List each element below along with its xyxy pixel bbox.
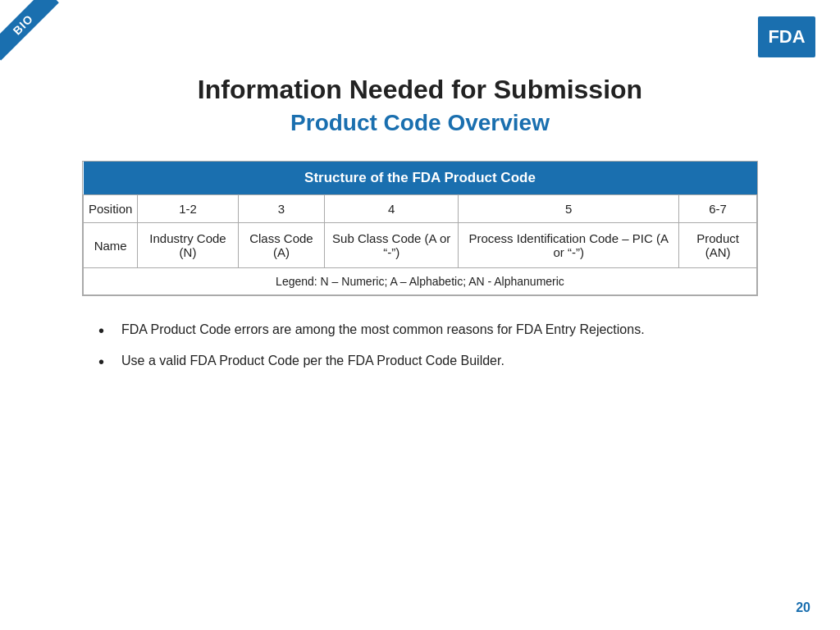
fda-logo-text: FDA xyxy=(768,26,805,48)
bio-ribbon: BIO xyxy=(0,0,74,74)
product-code-table: Structure of the FDA Product Code Positi… xyxy=(82,161,758,296)
name-label-cell: Name xyxy=(84,223,138,268)
bio-ribbon-label: BIO xyxy=(0,0,59,61)
legend-cell: Legend: N – Numeric; A – Alphabetic; AN … xyxy=(84,268,757,295)
bullet-item-2: • Use a valid FDA Product Code per the F… xyxy=(98,352,742,372)
position-row: Position 1-2 3 4 5 6-7 xyxy=(84,195,757,223)
name-col1: Industry Code (N) xyxy=(138,223,238,268)
bullet-item-1: • FDA Product Code errors are among the … xyxy=(98,321,742,340)
position-col3: 4 xyxy=(325,195,459,223)
position-col2: 3 xyxy=(238,195,325,223)
main-title: Information Needed for Submission xyxy=(49,74,791,105)
position-col4: 5 xyxy=(459,195,679,223)
fda-logo: FDA xyxy=(758,16,815,57)
legend-row: Legend: N – Numeric; A – Alphabetic; AN … xyxy=(84,268,757,295)
sub-title: Product Code Overview xyxy=(49,110,791,136)
page-number: 20 xyxy=(796,600,810,615)
name-col5: Product (AN) xyxy=(679,223,757,268)
position-col1: 1-2 xyxy=(138,195,238,223)
table-header-cell: Structure of the FDA Product Code xyxy=(84,162,757,195)
bullet-dot-1: • xyxy=(98,321,115,340)
name-col2: Class Code (A) xyxy=(238,223,325,268)
position-col5: 6-7 xyxy=(679,195,757,223)
main-content: Information Needed for Submission Produc… xyxy=(0,0,840,404)
name-col3: Sub Class Code (A or “-”) xyxy=(325,223,459,268)
bullet-dot-2: • xyxy=(98,352,115,372)
bullet-list: • FDA Product Code errors are among the … xyxy=(98,321,742,372)
position-label-cell: Position xyxy=(84,195,138,223)
name-row: Name Industry Code (N) Class Code (A) Su… xyxy=(84,223,757,268)
bullet-text-1: FDA Product Code errors are among the mo… xyxy=(121,321,645,339)
bullet-text-2: Use a valid FDA Product Code per the FDA… xyxy=(121,352,504,370)
name-col4: Process Identification Code – PIC (A or … xyxy=(459,223,679,268)
table-header-row: Structure of the FDA Product Code xyxy=(84,162,757,195)
